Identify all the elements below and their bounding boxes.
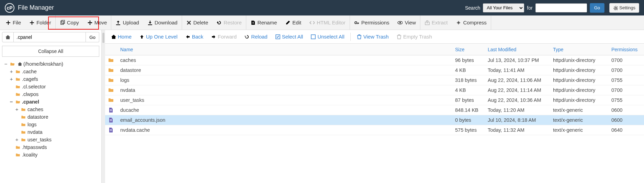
reload-icon	[244, 34, 249, 39]
restore-button[interactable]: Restore	[212, 15, 246, 30]
file-button[interactable]: File	[1, 15, 25, 30]
tree-item[interactable]: logs	[3, 121, 100, 128]
tree-toggle[interactable]: +	[9, 69, 14, 74]
nav-row: Home Up One Level Back Forward Reload Se…	[105, 30, 644, 44]
grid-row[interactable]: datastore4 KBToday, 11:41 AMhttpd/unix-d…	[105, 65, 644, 75]
tree-toggle[interactable]: −	[3, 61, 8, 67]
cell-name: ducache	[117, 107, 455, 113]
cell-perm: 0700	[611, 57, 644, 63]
check-icon	[275, 34, 280, 39]
grid-row[interactable]: email_accounts.json0 bytesJul 10, 2024, …	[105, 115, 644, 125]
col-type[interactable]: Type	[553, 47, 611, 52]
nav-emptytrash[interactable]: Empty Trash	[393, 30, 436, 43]
tree-label: datastore	[27, 114, 48, 120]
folder-icon	[108, 87, 114, 93]
nav-unselectall[interactable]: Unselect All	[307, 30, 348, 43]
download-button[interactable]: Download	[143, 15, 182, 30]
delete-button[interactable]: Delete	[182, 15, 212, 30]
arrow-left-icon	[185, 34, 190, 39]
cell-size: 0 bytes	[455, 117, 488, 123]
folder-icon	[21, 115, 26, 119]
col-name[interactable]: Name	[117, 47, 455, 52]
plus-icon	[5, 20, 11, 25]
tree-item[interactable]: −.cpanel	[3, 98, 100, 106]
copy-button[interactable]: Copy	[56, 15, 83, 30]
tree-item[interactable]: .koality	[3, 151, 100, 159]
tree-item[interactable]: .htpasswds	[3, 143, 100, 151]
grid-row[interactable]: logs318 bytesAug 22, 2024, 11:06 AMhttpd…	[105, 75, 644, 85]
tree-item[interactable]: +user_tasks	[3, 136, 100, 143]
nav-back[interactable]: Back	[181, 30, 207, 43]
cell-type: text/x-generic	[553, 117, 611, 123]
path-input[interactable]	[14, 32, 86, 42]
settings-label: Settings	[619, 5, 635, 10]
cell-size: 318 bytes	[455, 77, 488, 83]
htmleditor-button[interactable]: HTML Editor	[305, 15, 350, 30]
tree-item[interactable]: +.cache	[3, 68, 100, 75]
collapse-all-button[interactable]: Collapse All	[2, 46, 99, 57]
tree-item[interactable]: datastore	[3, 113, 100, 121]
view-button[interactable]: View	[393, 15, 420, 30]
tree-item[interactable]: +.cagefs	[3, 75, 100, 83]
topbar: cP File Manager Search All Your Files fo…	[0, 0, 644, 15]
app-title: File Manager	[18, 4, 54, 11]
tree-item[interactable]: −(/home/bknskhan)	[3, 60, 100, 68]
search-go-button[interactable]: Go	[590, 3, 605, 13]
permissions-button[interactable]: Permissions	[350, 15, 394, 30]
tree-label: logs	[27, 122, 37, 127]
path-go-button[interactable]: Go	[86, 32, 99, 42]
rename-button[interactable]: Rename	[246, 15, 281, 30]
search-for-label: for	[527, 5, 532, 11]
folder-button[interactable]: Folder	[25, 15, 55, 30]
home-icon	[111, 34, 116, 39]
nav-selectall[interactable]: Select All	[271, 30, 307, 43]
col-size[interactable]: Size	[455, 47, 488, 52]
search-scope-select[interactable]: All Your Files	[483, 3, 524, 12]
copy-icon	[60, 20, 65, 25]
tree-item[interactable]: .cl.selector	[3, 83, 100, 90]
nav-reload[interactable]: Reload	[240, 30, 271, 43]
tree-toggle[interactable]: +	[14, 137, 19, 142]
tree-item[interactable]: nvdata	[3, 128, 100, 136]
tree-toggle[interactable]: −	[9, 99, 14, 105]
grid-row[interactable]: caches96 bytesJul 13, 2024, 10:37 PMhttp…	[105, 55, 644, 65]
html-icon	[309, 20, 315, 25]
splitter[interactable]	[102, 30, 105, 183]
grid-row[interactable]: ducache848.14 KBToday, 11:20 AMtext/x-ge…	[105, 105, 644, 115]
tree-label: .clwpos	[22, 92, 38, 97]
nav-up[interactable]: Up One Level	[135, 30, 181, 43]
download-icon	[147, 20, 152, 25]
cell-perm: 0600	[611, 107, 644, 113]
nav-forward[interactable]: Forward	[207, 30, 240, 43]
nav-home[interactable]: Home	[107, 30, 135, 43]
move-button[interactable]: Move	[83, 15, 111, 30]
nav-viewtrash[interactable]: View Trash	[353, 30, 393, 43]
upload-icon	[115, 20, 121, 25]
main-panel: Home Up One Level Back Forward Reload Se…	[105, 30, 644, 183]
tree-toggle[interactable]: +	[9, 76, 14, 82]
cell-type: httpd/unix-directory	[553, 97, 611, 103]
cell-modified: Today, 11:32 AM	[488, 127, 553, 133]
cell-modified: Aug 22, 2024, 11:06 AM	[488, 77, 553, 83]
upload-button[interactable]: Upload	[111, 15, 143, 30]
tree-item[interactable]: .clwpos	[3, 90, 100, 98]
search-input[interactable]	[535, 3, 587, 12]
compress-button[interactable]: Compress	[452, 15, 490, 30]
search-label: Search	[465, 5, 480, 11]
grid-row[interactable]: user_tasks87 bytesAug 22, 2024, 10:36 AM…	[105, 95, 644, 105]
grid-row[interactable]: nvdata.cache575 bytesToday, 11:32 AMtext…	[105, 125, 644, 135]
cell-type: httpd/unix-directory	[553, 87, 611, 93]
tree-item[interactable]: +caches	[3, 106, 100, 113]
cell-size: 4 KB	[455, 67, 488, 73]
home-button[interactable]	[2, 32, 14, 42]
folder-icon	[15, 153, 21, 157]
settings-button[interactable]: Settings	[609, 3, 639, 13]
grid-row[interactable]: nvdata4 KBAug 22, 2024, 11:14 AMhttpd/un…	[105, 85, 644, 95]
col-permissions[interactable]: Permissions	[611, 47, 644, 52]
cell-type: httpd/unix-directory	[553, 77, 611, 83]
edit-button[interactable]: Edit	[281, 15, 305, 30]
cell-modified: Today, 11:41 AM	[488, 67, 553, 73]
col-modified[interactable]: Last Modified	[488, 47, 553, 52]
tree-toggle[interactable]: +	[14, 107, 19, 112]
extract-button[interactable]: Extract	[420, 15, 452, 30]
